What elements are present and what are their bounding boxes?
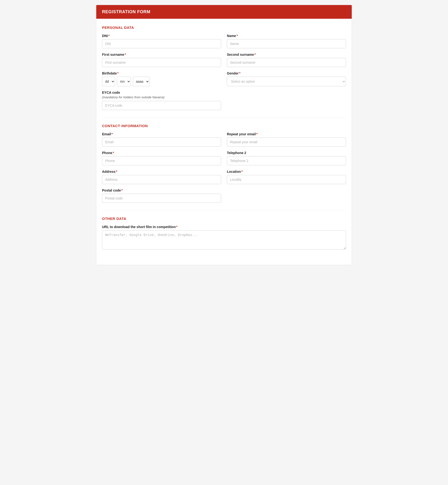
label-repeat-email: Repeat your email*	[227, 132, 346, 136]
row-email: Email* Repeat your email*	[102, 132, 346, 147]
section-personal-data-title: PERSONAL DATA	[102, 25, 346, 30]
group-gender: Gender* Select an option Male Female Oth…	[227, 71, 346, 86]
required-star-birthdate: *	[117, 71, 118, 75]
row-dni-name: DNI* Name*	[102, 34, 346, 48]
label-postal-code: Postal code*	[102, 189, 221, 192]
form-title: REGISTRATION FORM	[102, 9, 150, 14]
required-star-first-surname: *	[125, 53, 126, 57]
input-address[interactable]	[102, 175, 221, 184]
group-second-surname: Second surname*	[227, 53, 346, 67]
section-contact-info: CONTACT INFORMATION Email* Repeat your e…	[102, 124, 346, 203]
row-address-location: Address* Location*	[102, 170, 346, 184]
label-name: Name*	[227, 34, 346, 38]
row-postal: Postal code*	[102, 189, 346, 203]
required-star-location: *	[241, 170, 242, 173]
group-postal-code: Postal code*	[102, 189, 221, 203]
row-surnames: First surname* Second surname*	[102, 53, 346, 67]
textarea-url[interactable]	[102, 230, 346, 249]
required-star-dni: *	[108, 34, 110, 38]
group-name: Name*	[227, 34, 346, 48]
group-eyca: EYCA code (mandatory for holders from ou…	[102, 90, 221, 110]
select-year[interactable]: aaaa	[133, 77, 150, 86]
row-phone: Phone* Telephone 2	[102, 151, 346, 165]
select-gender[interactable]: Select an option Male Female Other	[227, 77, 346, 86]
eyca-note: (mandatory for holders from outside Nava…	[102, 95, 221, 99]
group-url: URL to download the short film in compet…	[102, 225, 346, 249]
input-phone[interactable]	[102, 156, 221, 165]
required-star-name: *	[236, 34, 238, 38]
label-phone: Phone*	[102, 151, 221, 155]
label-dni: DNI*	[102, 34, 221, 38]
group-phone: Phone*	[102, 151, 221, 165]
required-star-url: *	[176, 225, 177, 229]
select-month[interactable]: mn	[117, 77, 131, 86]
group-dni: DNI*	[102, 34, 221, 48]
required-star-repeat-email: *	[256, 132, 258, 136]
divider-contact-other	[102, 211, 346, 211]
label-email: Email*	[102, 132, 221, 136]
group-repeat-email: Repeat your email*	[227, 132, 346, 147]
row-birthdate-gender: Birthdate* dd mn aaaa	[102, 71, 346, 86]
group-postal-spacer	[227, 189, 346, 203]
group-eyca-spacer	[227, 90, 346, 110]
input-email[interactable]	[102, 138, 221, 147]
input-eyca[interactable]	[102, 101, 221, 110]
group-telephone2: Telephone 2	[227, 151, 346, 165]
label-eyca: EYCA code	[102, 90, 221, 94]
label-address: Address*	[102, 170, 221, 173]
birthdate-selects: dd mn aaaa	[102, 77, 221, 86]
label-location: Location*	[227, 170, 346, 173]
group-first-surname: First surname*	[102, 53, 221, 67]
input-telephone2[interactable]	[227, 156, 346, 165]
section-contact-title: CONTACT INFORMATION	[102, 124, 346, 128]
label-gender: Gender*	[227, 71, 346, 75]
divider-personal-contact	[102, 118, 346, 118]
label-second-surname: Second surname*	[227, 53, 346, 57]
input-name[interactable]	[227, 39, 346, 48]
input-repeat-email[interactable]	[227, 138, 346, 147]
required-star-second-surname: *	[255, 53, 256, 57]
required-star-email: *	[112, 132, 112, 136]
required-star-postal: *	[121, 189, 123, 192]
registration-form: REGISTRATION FORM PERSONAL DATA DNI* Nam…	[96, 5, 352, 265]
input-second-surname[interactable]	[227, 58, 346, 67]
form-header: REGISTRATION FORM	[96, 5, 352, 19]
group-address: Address*	[102, 170, 221, 184]
label-birthdate: Birthdate*	[102, 71, 221, 75]
select-day[interactable]: dd	[102, 77, 115, 86]
label-telephone2: Telephone 2	[227, 151, 346, 155]
required-star-phone: *	[113, 151, 114, 155]
label-url: URL to download the short film in compet…	[102, 225, 346, 229]
group-email: Email*	[102, 132, 221, 147]
required-star-gender: *	[239, 71, 240, 75]
input-location[interactable]	[227, 175, 346, 184]
row-url: URL to download the short film in compet…	[102, 225, 346, 249]
input-postal-code[interactable]	[102, 194, 221, 203]
form-body: PERSONAL DATA DNI* Name*	[96, 19, 352, 265]
label-first-surname: First surname*	[102, 53, 221, 57]
section-personal-data: PERSONAL DATA DNI* Name*	[102, 25, 346, 110]
input-first-surname[interactable]	[102, 58, 221, 67]
group-birthdate: Birthdate* dd mn aaaa	[102, 71, 221, 86]
section-other-data: OTHER DATA URL to download the short fil…	[102, 217, 346, 249]
required-star-address: *	[116, 170, 117, 173]
group-location: Location*	[227, 170, 346, 184]
row-eyca: EYCA code (mandatory for holders from ou…	[102, 90, 346, 110]
section-other-title: OTHER DATA	[102, 217, 346, 221]
input-dni[interactable]	[102, 39, 221, 48]
